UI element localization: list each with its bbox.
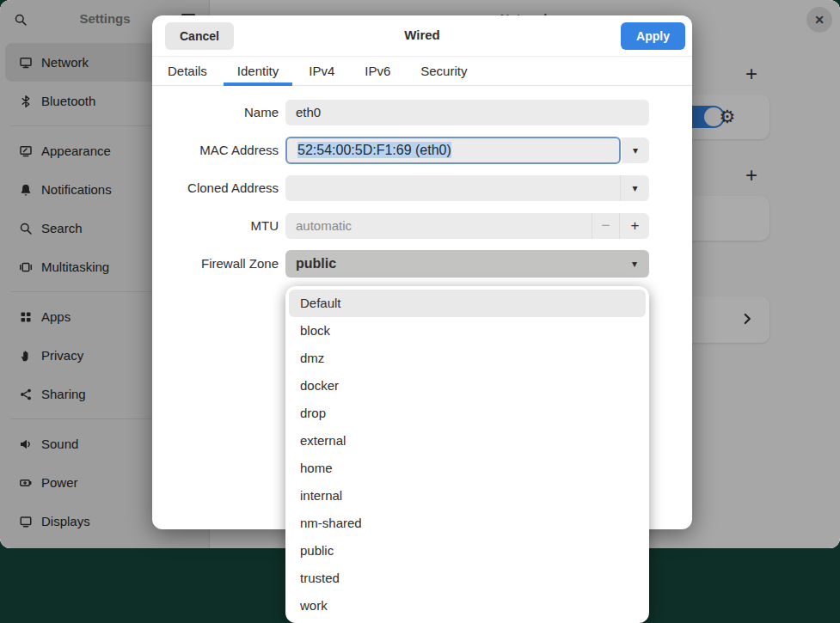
cloned-label: Cloned Address bbox=[152, 175, 279, 201]
zone-option-trusted[interactable]: trusted bbox=[289, 565, 646, 592]
zone-option-block[interactable]: block bbox=[289, 317, 646, 345]
tab-details[interactable]: Details bbox=[166, 57, 209, 85]
mtu-spinbutton[interactable]: automatic − + bbox=[285, 213, 649, 239]
cloned-dropdown-button[interactable]: ▾ bbox=[620, 175, 649, 201]
zone-option-home[interactable]: home bbox=[289, 455, 646, 482]
minus-icon: − bbox=[602, 217, 610, 235]
name-label: Name bbox=[152, 100, 279, 125]
dropdown-arrow-icon: ▾ bbox=[633, 144, 638, 156]
mtu-decrement-button[interactable]: − bbox=[592, 213, 620, 239]
cloned-address-input[interactable]: ▾ bbox=[285, 175, 649, 201]
tab-identity[interactable]: Identity bbox=[236, 57, 280, 85]
zone-option-nm-shared[interactable]: nm-shared bbox=[289, 510, 646, 537]
mac-selected-text: 52:54:00:5D:F1:69 (eth0) bbox=[297, 142, 451, 158]
apply-button[interactable]: Apply bbox=[621, 22, 685, 50]
firewall-zone-dropdown[interactable]: public ▾ bbox=[285, 250, 649, 278]
zone-option-internal[interactable]: internal bbox=[289, 482, 646, 510]
dropdown-arrow-icon: ▾ bbox=[620, 250, 649, 278]
dialog-title: Wired bbox=[152, 27, 692, 42]
name-input[interactable]: eth0 bbox=[285, 100, 649, 125]
firewall-zone-popover: Default block dmz docker drop external h… bbox=[285, 286, 649, 623]
name-value: eth0 bbox=[296, 100, 321, 125]
firewall-label: Firewall Zone bbox=[152, 250, 279, 278]
dialog-tabbar: Details Identity IPv4 IPv6 Security bbox=[152, 57, 692, 86]
zone-option-drop[interactable]: drop bbox=[289, 400, 646, 427]
mac-label: MAC Address bbox=[152, 137, 279, 163]
zone-option-external[interactable]: external bbox=[289, 427, 646, 455]
zone-option-dmz[interactable]: dmz bbox=[289, 345, 646, 372]
plus-icon: + bbox=[631, 217, 640, 235]
firewall-value: public bbox=[296, 250, 336, 278]
mtu-label: MTU bbox=[152, 213, 279, 239]
zone-option-work[interactable]: work bbox=[289, 592, 646, 620]
tab-security[interactable]: Security bbox=[419, 57, 469, 85]
tab-ipv6[interactable]: IPv6 bbox=[363, 57, 392, 85]
dialog-headerbar: Cancel Wired Apply bbox=[152, 15, 692, 57]
zone-option-default[interactable]: Default bbox=[289, 290, 646, 317]
dropdown-arrow-icon: ▾ bbox=[632, 182, 637, 194]
zone-option-docker[interactable]: docker bbox=[289, 372, 646, 400]
mtu-value: automatic bbox=[296, 213, 352, 239]
mac-address-input[interactable]: 52:54:00:5D:F1:69 (eth0) bbox=[285, 137, 621, 164]
zone-option-public[interactable]: public bbox=[289, 537, 646, 565]
mac-dropdown-button[interactable]: ▾ bbox=[622, 137, 649, 163]
mtu-increment-button[interactable]: + bbox=[621, 213, 649, 239]
tab-ipv4[interactable]: IPv4 bbox=[307, 57, 336, 85]
